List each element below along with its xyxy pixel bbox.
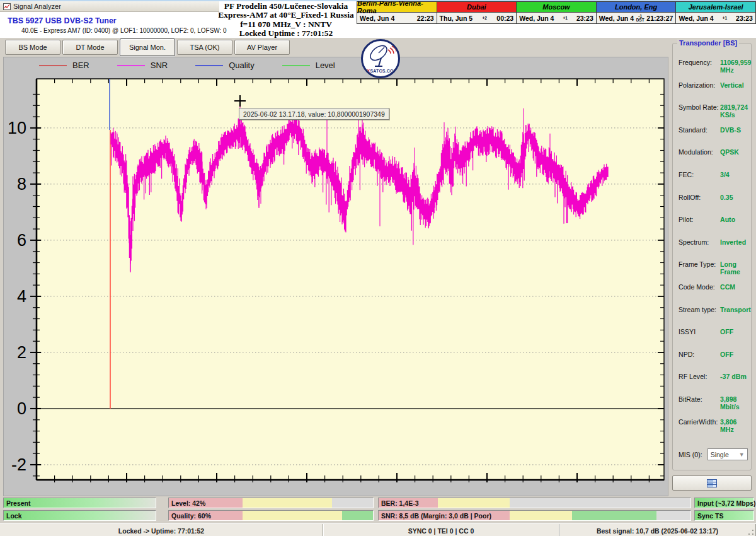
transponder-label: Modulation: <box>679 148 720 156</box>
tuner-name: TBS 5927 USB DVB-S2 Tuner <box>8 16 227 25</box>
transponder-groupbox: Transponder [BS] Frequency:11069,959 MHz… <box>672 43 752 470</box>
clock-time: 00:23 <box>496 15 513 22</box>
status-uptime: Locked -> Uptime: 77:01:52 <box>0 524 323 536</box>
legend-item-quality: Quality <box>195 61 254 70</box>
sync-ts-indicator: Sync TS <box>694 510 754 521</box>
transponder-row: Spectrum:Inverted <box>679 238 750 261</box>
transponder-row: Frame Type:Long Frame <box>679 260 750 283</box>
transponder-label: Stream type: <box>679 306 720 313</box>
transponder-label: Symbol Rate: <box>679 103 720 111</box>
transponder-row: Stream type:Transport <box>679 306 750 329</box>
snr-bar: SNR: 8,5 dB (Margin: 3,0 dB | Poor) <box>378 510 691 521</box>
status-bar: Locked -> Uptime: 77:01:52 SYNC 0 | TEI … <box>0 523 756 536</box>
legend-label: Quality <box>229 61 254 70</box>
present-indicator: Present <box>3 498 156 508</box>
signal-analyzer-window: Signal Analyzer TBS 5927 USB DVB-S2 Tune… <box>0 0 756 536</box>
status-best-signal: Best signal: 10,7 dB (2025-06-02 13:17) <box>559 524 756 536</box>
transponder-row: Polarization:Vertical <box>679 81 750 104</box>
clock-dubai: DubaiThu, Jun 5+200:23 <box>437 1 517 24</box>
transponder-value: Auto <box>720 216 735 223</box>
legend-swatch <box>117 65 145 66</box>
transponder-value: 3,806 MHz <box>720 418 750 433</box>
transponder-label: Standard: <box>679 126 720 134</box>
transponder-row: RollOff:0.35 <box>679 194 750 216</box>
clock-city-label: London, Eng <box>597 2 676 13</box>
present-label: Present <box>6 499 31 507</box>
tuner-info: TBS 5927 USB DVB-S2 Tuner 40.0E - Expres… <box>8 16 227 34</box>
ts-table-button[interactable] <box>672 475 752 491</box>
top-band: Signal Analyzer TBS 5927 USB DVB-S2 Tune… <box>0 1 756 38</box>
station-header: PF Prodelin 450/Lučenec-Slovakia Express… <box>213 2 359 38</box>
chart-tooltip: 2025-06-02 13.17.18, value: 10,800000190… <box>239 108 389 120</box>
clock-london-eng: London, EngWed, Jun 4-1DST21:23:27 <box>597 1 677 24</box>
clock-time-row: Wed, Jun 4-1DST21:23:27 <box>597 13 676 23</box>
transponder-value: 3/4 <box>720 171 730 178</box>
legend-item-ber: BER <box>39 61 89 70</box>
clock-jerusalem-israel: Jerusalem-IsraelWed, Jun 4+123:23 <box>676 1 756 24</box>
status-sync-counters: SYNC 0 | TEI 0 | CC 0 <box>323 524 559 536</box>
transponder-value: CCM <box>720 283 735 291</box>
transponder-label: Code Mode: <box>679 283 720 291</box>
tab-signal-mon-[interactable]: Signal Mon. <box>120 38 175 56</box>
chart-legend: BERSNRQualityLevel <box>39 61 363 70</box>
transponder-label: Pilot: <box>679 216 720 223</box>
tab-bs-mode[interactable]: BS Mode <box>5 40 60 55</box>
clock-moscow: MoscowWed, Jun 4+123:23 <box>517 1 597 24</box>
tab-av-player[interactable]: AV Player <box>234 40 290 55</box>
transponder-row: Modulation:QPSK <box>679 148 750 171</box>
transponder-value: Long Frame <box>720 260 750 276</box>
legend-swatch <box>282 65 310 66</box>
snr-label: SNR: 8,5 dB (Margin: 3,0 dB | Poor) <box>381 512 491 520</box>
transponder-value: Inverted <box>720 238 746 246</box>
transponder-row: Code Mode:CCM <box>679 283 750 306</box>
station-line-1: PF Prodelin 450/Lučenec-Slovakia <box>213 2 359 11</box>
transponder-label: Spectrum: <box>679 238 720 246</box>
satellite-dish-icon <box>365 42 396 67</box>
clock-time: 23:23 <box>576 15 593 22</box>
mis-label: MIS (0): <box>679 451 702 458</box>
transponder-sidebar: Transponder [BS] Frequency:11069,959 MHz… <box>669 38 756 536</box>
transponder-row: NPD:OFF <box>679 351 750 373</box>
world-clocks: Berlin-Paris-Vienna-RomaWed, Jun 422:23D… <box>357 1 756 24</box>
resize-grip[interactable] <box>747 528 755 536</box>
clock-city-label: Jerusalem-Israel <box>676 2 755 13</box>
transponder-label: FEC: <box>679 171 720 178</box>
transponder-row: Frequency:11069,959 MHz <box>679 59 750 81</box>
transponder-value: OFF <box>720 328 733 335</box>
clock-time: 23:23 <box>736 15 753 22</box>
clock-utc-offset: +2 <box>483 16 487 20</box>
transponder-row: BitRate:3,898 Mbit/s <box>679 395 750 418</box>
clock-utc-offset: +1 <box>563 16 567 20</box>
transponder-label: Frame Type: <box>679 260 720 268</box>
station-line-4: Locked Uptime : 77:01:52 <box>213 29 359 38</box>
transponder-label: RollOff: <box>679 194 720 201</box>
transponder-row: FEC:3/4 <box>679 171 750 194</box>
lock-label: Lock <box>6 512 22 520</box>
input-label: Input (~3,72 Mbps) <box>697 499 755 507</box>
svg-text:4: 4 <box>17 287 26 306</box>
legend-label: BER <box>72 61 89 70</box>
clock-date: Wed, Jun 4 <box>599 15 634 22</box>
transponder-value: -37 dBm <box>720 373 747 380</box>
app-icon <box>3 3 11 10</box>
clock-time: 22:23 <box>417 15 434 22</box>
transponder-row: Standard:DVB-S <box>679 126 750 149</box>
mode-tabbar: BS ModeDT ModeSignal Mon.TSA (OK)AV Play… <box>0 38 669 57</box>
clock-utc-offset: -1DST <box>636 15 644 22</box>
clock-date: Thu, Jun 5 <box>440 15 473 22</box>
transponder-label: NPD: <box>679 351 720 358</box>
tuner-settings: 40.0E - Express AM7 (ID: 0400) @ LOF1: 1… <box>21 27 227 34</box>
tab-tsa-ok-[interactable]: TSA (OK) <box>177 40 232 55</box>
mis-dropdown[interactable]: Single▼ <box>707 448 748 460</box>
tab-dt-mode[interactable]: DT Mode <box>62 40 118 55</box>
clock-city-label: Berlin-Paris-Vienna-Roma <box>357 2 437 13</box>
transponder-value: 11069,959 MHz <box>720 59 752 74</box>
clock-date: Wed, Jun 4 <box>360 15 394 22</box>
clock-berlin-paris-vienna-roma: Berlin-Paris-Vienna-RomaWed, Jun 422:23 <box>357 1 437 24</box>
level-bar: Level: 42% <box>168 498 374 508</box>
legend-item-snr: SNR <box>117 61 168 70</box>
signal-chart-panel: BERSNRQualityLevel 1086420-2 2025-06-02 … <box>3 57 668 496</box>
snr-chart[interactable]: 1086420-2 <box>4 70 669 492</box>
svg-text:0: 0 <box>17 399 26 418</box>
transponder-row: RF Level:-37 dBm <box>679 373 750 395</box>
